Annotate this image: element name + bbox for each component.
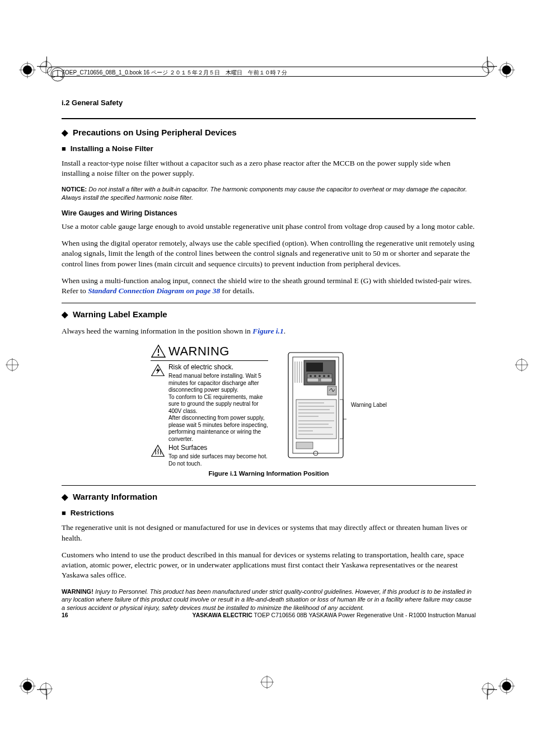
crosshair-icon	[260, 675, 274, 689]
section-rule	[62, 118, 476, 119]
hot-surface-icon	[151, 444, 165, 467]
xref-connection-diagram[interactable]: Standard Connection Diagram on page 38	[88, 287, 220, 295]
registration-mark-icon	[498, 678, 515, 694]
paragraph-wire-3: When using a multi-function analog input…	[62, 276, 476, 296]
crop-mark	[34, 53, 47, 67]
callout-warning-label: Warning Label	[351, 401, 387, 409]
crosshair-icon	[515, 358, 528, 372]
svg-rect-13	[306, 363, 323, 372]
section-rule	[62, 303, 476, 303]
heading-warranty: ◆ Warranty Information	[62, 491, 476, 503]
crosshair-icon	[6, 358, 19, 372]
figure-i1: WARNING Risk of electric shock. Read man…	[62, 343, 476, 468]
svg-rect-22	[327, 386, 336, 395]
svg-rect-27	[296, 400, 336, 439]
paragraph-restrict-2: Customers who intend to use the product …	[62, 550, 476, 581]
page-footer: 16 YASKAWA ELECTRIC TOEP C710656 08B YAS…	[62, 611, 476, 619]
warning-word: WARNING	[168, 343, 229, 360]
diamond-bullet-icon: ◆	[62, 309, 68, 320]
book-icon	[49, 66, 60, 77]
svg-rect-20	[307, 378, 318, 382]
hot-lead: Hot Surfaces	[168, 444, 268, 452]
heading-restrictions: ■ Restrictions	[62, 508, 476, 518]
warning-label-detail: WARNING Risk of electric shock. Read man…	[151, 343, 268, 468]
running-header: i.2 General Safety	[62, 98, 476, 108]
warning-triangle-icon	[151, 344, 166, 359]
section-rule	[62, 485, 476, 486]
registration-mark-icon	[498, 62, 515, 78]
paragraph-warning-intro: Always heed the warning information in t…	[62, 326, 476, 336]
heading-warning-label-example: ◆ Warning Label Example	[62, 309, 476, 320]
heading-precautions: ◆ Precautions on Using Peripheral Device…	[62, 127, 476, 138]
paragraph-wire-1: Use a motor cable gauge large enough to …	[62, 222, 476, 232]
svg-point-15	[310, 375, 312, 377]
svg-point-19	[327, 375, 330, 377]
xref-figure-i1[interactable]: Figure i.1	[252, 327, 284, 335]
meta-header: TOEP_C710656_08B_1_0.book 16 ページ ２０１５年２月…	[62, 69, 287, 77]
svg-point-16	[314, 375, 316, 377]
svg-point-17	[318, 375, 321, 377]
paragraph-noise-filter: Install a reactor-type noise filter with…	[62, 158, 476, 179]
hot-body: Top and side surfaces may become hot. Do…	[168, 453, 268, 467]
crop-mark	[487, 689, 500, 703]
heading-wire-gauges: Wire Gauges and Wiring Distances	[62, 209, 476, 218]
figure-caption: Figure i.1 Warning Information Position	[62, 469, 476, 478]
square-bullet-icon: ■	[62, 508, 66, 518]
svg-rect-21	[321, 378, 332, 382]
svg-point-9	[158, 354, 160, 356]
shock-hazard-icon	[151, 363, 165, 443]
diamond-bullet-icon: ◆	[62, 491, 68, 503]
heading-noise-filter: ■ Installing a Noise Filter	[62, 144, 476, 154]
page-number: 16	[62, 611, 68, 619]
device-illustration	[285, 349, 346, 461]
crop-mark	[487, 53, 500, 67]
square-bullet-icon: ■	[62, 144, 66, 154]
shock-body: Read manual before installing. Wait 5 mi…	[168, 373, 268, 442]
shock-lead: Risk of electric shock.	[168, 363, 268, 372]
notice-block: NOTICE: Do not install a filter with a b…	[62, 185, 476, 202]
paragraph-restrict-1: The regenerative unit is not designed or…	[62, 523, 476, 543]
crop-mark	[34, 689, 47, 703]
svg-rect-38	[296, 442, 313, 449]
warning-block: WARNING! Injury to Personnel. This produ…	[62, 588, 476, 613]
footer-doc-id: YASKAWA ELECTRIC TOEP C710656 08B YASKAW…	[193, 611, 476, 619]
diamond-bullet-icon: ◆	[62, 127, 68, 138]
paragraph-wire-2: When using the digital operator remotely…	[62, 238, 476, 269]
svg-point-18	[323, 375, 325, 377]
